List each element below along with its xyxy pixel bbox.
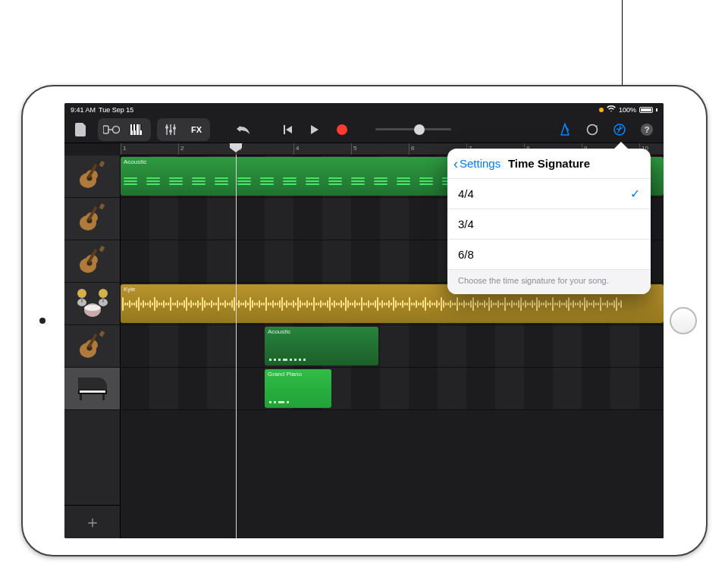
mix-fx-group: FX: [157, 118, 210, 141]
view-mode-group: [98, 118, 151, 141]
popover-arrow-icon: [614, 142, 628, 149]
popover-back-label: Settings: [460, 157, 500, 170]
midi-notes-icon: [269, 401, 289, 403]
acoustic-guitar-icon: [77, 244, 108, 279]
fx-button[interactable]: FX: [186, 120, 207, 139]
main-toolbar: FX: [64, 116, 664, 143]
svg-point-41: [99, 289, 108, 298]
grand-piano-icon: [75, 373, 110, 405]
track-header[interactable]: [64, 198, 120, 240]
midi-notes-icon: [269, 359, 306, 361]
ruler-barline: [293, 143, 294, 155]
battery-tip-icon: [656, 108, 657, 111]
ruler-barline: [178, 143, 179, 155]
add-track-button[interactable]: ＋: [64, 505, 120, 538]
track-controls-button[interactable]: [160, 120, 181, 139]
svg-point-17: [588, 124, 598, 134]
track-header[interactable]: [64, 155, 120, 198]
ruler-bar-number: 5: [353, 145, 356, 152]
home-button[interactable]: [670, 307, 697, 334]
status-date: Tue Sep 15: [99, 106, 133, 114]
ruler-barline: [351, 143, 352, 155]
option-label: 6/8: [458, 248, 474, 261]
ruler-bar-number: 6: [411, 145, 414, 152]
popover-back-button[interactable]: ‹ Settings: [453, 157, 500, 171]
my-songs-button[interactable]: [71, 120, 92, 139]
playhead[interactable]: [236, 155, 237, 538]
svg-point-1: [113, 126, 120, 133]
svg-rect-52: [80, 390, 105, 393]
svg-rect-30: [99, 203, 105, 210]
front-camera-icon: [39, 318, 46, 324]
svg-rect-9: [140, 124, 142, 130]
region-label: Acoustic: [268, 328, 375, 335]
svg-rect-5: [136, 124, 139, 135]
svg-point-15: [173, 127, 176, 130]
time-signature-option[interactable]: 3/4: [447, 209, 651, 240]
region-label: Grand Piano: [268, 371, 328, 378]
acoustic-guitar-icon: [77, 159, 108, 194]
audio-waveform-icon: [122, 295, 662, 313]
svg-rect-8: [135, 124, 136, 130]
undo-button[interactable]: [233, 120, 254, 139]
record-button[interactable]: [331, 120, 353, 139]
svg-point-11: [165, 126, 168, 129]
track-header[interactable]: [64, 283, 120, 325]
time-signature-option[interactable]: 6/8: [447, 240, 651, 270]
popover-option-list: 4/4✓3/46/8: [447, 179, 651, 270]
svg-rect-51: [102, 394, 105, 400]
play-button[interactable]: [304, 120, 325, 139]
drum-kit-icon: [75, 287, 110, 321]
track-header[interactable]: [64, 240, 120, 283]
svg-rect-35: [99, 246, 105, 252]
time-signature-option[interactable]: 4/4✓: [447, 179, 651, 209]
ruler-bar-number: 2: [180, 145, 184, 152]
chevron-left-icon: ‹: [453, 157, 458, 171]
plus-icon: ＋: [84, 511, 101, 534]
status-time: 9:41 AM: [71, 106, 96, 114]
popover-header: ‹ Settings Time Signature: [447, 149, 651, 179]
svg-point-37: [84, 305, 101, 311]
recording-indicator-icon: [599, 108, 604, 112]
metronome-button[interactable]: [554, 120, 576, 139]
ruler-barline: [409, 143, 410, 155]
ipad-device-frame: 9:41 AM Tue Sep 15 100%: [21, 85, 708, 556]
tracks-view-button[interactable]: [127, 120, 148, 139]
svg-point-13: [169, 130, 172, 133]
track-header[interactable]: [64, 325, 120, 368]
go-to-beginning-button[interactable]: [277, 120, 298, 139]
time-signature-popover: ‹ Settings Time Signature 4/4✓3/46/8 Cho…: [447, 149, 651, 294]
ruler-bar-number: 4: [296, 145, 299, 152]
status-bar: 9:41 AM Tue Sep 15 100%: [64, 103, 664, 116]
acoustic-guitar-icon: [77, 202, 108, 237]
svg-rect-48: [99, 331, 105, 337]
browser-view-button[interactable]: [101, 120, 122, 139]
svg-rect-7: [132, 124, 133, 130]
track-header[interactable]: [64, 368, 120, 410]
song-settings-button[interactable]: [609, 120, 630, 139]
battery-pct: 100%: [619, 106, 636, 114]
playhead-flag-icon[interactable]: [230, 143, 242, 152]
option-label: 4/4: [458, 187, 474, 200]
help-button[interactable]: ?: [636, 120, 657, 139]
svg-rect-50: [80, 394, 82, 400]
svg-rect-25: [99, 161, 105, 168]
master-volume-slider[interactable]: [375, 128, 451, 130]
option-label: 3/4: [458, 218, 474, 230]
ruler-barline: [121, 143, 121, 155]
battery-icon: [639, 107, 653, 113]
svg-point-40: [77, 289, 86, 298]
loop-browser-button[interactable]: [582, 120, 603, 139]
app-screen: 9:41 AM Tue Sep 15 100%: [64, 103, 664, 538]
ruler-bar-number: 1: [123, 145, 126, 152]
popover-footer: Choose the time signature for your song.: [447, 270, 651, 294]
svg-text:?: ?: [645, 125, 650, 134]
track-headers-column: ＋: [64, 155, 121, 538]
svg-rect-0: [103, 126, 108, 133]
volume-thumb-icon: [414, 124, 425, 135]
acoustic-guitar-icon: [77, 329, 108, 364]
wifi-icon: [607, 105, 616, 114]
checkmark-icon: ✓: [630, 186, 640, 201]
